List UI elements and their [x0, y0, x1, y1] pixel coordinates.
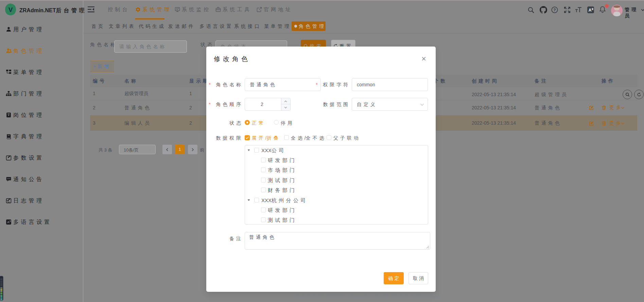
- svg-text:A: A: [589, 8, 592, 13]
- svg-text:V: V: [8, 6, 13, 13]
- svg-text:?: ?: [553, 8, 556, 12]
